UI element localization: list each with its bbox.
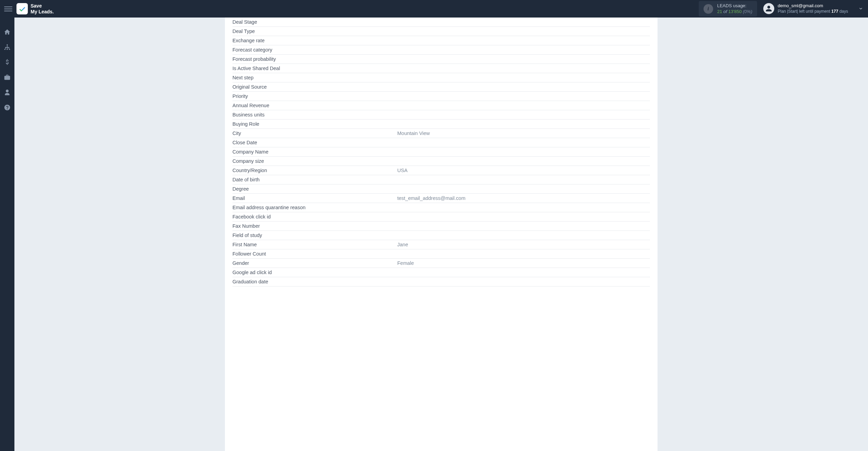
- field-row[interactable]: Emailtest_email_address@mail.com: [232, 194, 650, 203]
- field-value: test_email_address@mail.com: [397, 195, 650, 201]
- sidebar-item-account[interactable]: [3, 88, 11, 97]
- field-row[interactable]: Exchange rate: [232, 36, 650, 45]
- field-value: [397, 158, 650, 164]
- field-value: [397, 177, 650, 182]
- sidebar-item-billing[interactable]: [3, 58, 11, 66]
- field-row[interactable]: Facebook click id: [232, 212, 650, 222]
- field-value: [397, 29, 650, 34]
- field-row[interactable]: CityMountain View: [232, 129, 650, 138]
- menu-toggle[interactable]: [4, 5, 12, 13]
- field-value: [397, 47, 650, 53]
- field-label: Date of birth: [232, 177, 397, 182]
- field-value: [397, 84, 650, 90]
- field-label: Gender: [232, 260, 397, 266]
- field-row[interactable]: Degree: [232, 184, 650, 194]
- sidebar-item-help[interactable]: [3, 103, 11, 112]
- field-row[interactable]: First NameJane: [232, 240, 650, 249]
- field-row[interactable]: Business units: [232, 110, 650, 120]
- logo-icon: [16, 3, 28, 14]
- field-row[interactable]: Close Date: [232, 138, 650, 147]
- field-value: [397, 251, 650, 257]
- field-value: [397, 93, 650, 99]
- field-row[interactable]: Deal Type: [232, 27, 650, 36]
- user-email: demo_sml@gmail.com: [778, 3, 848, 9]
- sidebar-item-home[interactable]: [3, 28, 11, 36]
- field-label: Company size: [232, 158, 397, 164]
- field-value: Mountain View: [397, 131, 650, 136]
- field-value: [397, 205, 650, 210]
- field-label: Field of study: [232, 233, 397, 238]
- field-value: [397, 186, 650, 192]
- field-label: Email: [232, 195, 397, 201]
- fields-panel: Deal StageDeal TypeExchange rateForecast…: [225, 18, 658, 451]
- field-label: City: [232, 131, 397, 136]
- leads-usage-stats: 21 of 13'850 (0%): [717, 9, 752, 15]
- field-row[interactable]: Next step: [232, 73, 650, 82]
- logo[interactable]: Save My Leads.: [16, 3, 54, 14]
- sidebar-item-toolbox[interactable]: [3, 73, 11, 81]
- field-value: [397, 140, 650, 145]
- field-row[interactable]: Priority: [232, 92, 650, 101]
- field-label: Buying Role: [232, 121, 397, 127]
- field-row[interactable]: Follower Count: [232, 249, 650, 259]
- field-label: Deal Type: [232, 29, 397, 34]
- app-header: Save My Leads. i LEADS usage: 21 of 13'8…: [0, 0, 868, 18]
- field-row[interactable]: Forecast category: [232, 45, 650, 55]
- chevron-down-icon[interactable]: [858, 6, 864, 12]
- field-row[interactable]: Field of study: [232, 231, 650, 240]
- field-row[interactable]: GenderFemale: [232, 259, 650, 268]
- field-row[interactable]: Graduation date: [232, 277, 650, 286]
- field-label: Forecast probability: [232, 56, 397, 62]
- field-row[interactable]: Is Active Shared Deal: [232, 64, 650, 73]
- user-menu[interactable]: demo_sml@gmail.com Plan |Start| left unt…: [763, 3, 848, 14]
- field-list: Deal StageDeal TypeExchange rateForecast…: [225, 18, 658, 291]
- field-label: Original Source: [232, 84, 397, 90]
- field-value: [397, 270, 650, 275]
- field-label: Country/Region: [232, 168, 397, 173]
- field-value: [397, 103, 650, 108]
- avatar-icon: [763, 3, 774, 14]
- field-row[interactable]: Annual Revenue: [232, 101, 650, 110]
- field-label: Business units: [232, 112, 397, 117]
- field-row[interactable]: Original Source: [232, 82, 650, 92]
- user-plan: Plan |Start| left until payment 177 days: [778, 9, 848, 14]
- field-label: Graduation date: [232, 279, 397, 284]
- field-row[interactable]: Company Name: [232, 147, 650, 157]
- field-row[interactable]: Email address quarantine reason: [232, 203, 650, 212]
- field-value: [397, 233, 650, 238]
- field-label: Annual Revenue: [232, 103, 397, 108]
- field-label: Fax Number: [232, 223, 397, 229]
- field-value: [397, 56, 650, 62]
- sidebar-item-connections[interactable]: [3, 43, 11, 51]
- field-label: Exchange rate: [232, 38, 397, 43]
- field-row[interactable]: Deal Stage: [232, 18, 650, 27]
- field-row[interactable]: Fax Number: [232, 222, 650, 231]
- field-row[interactable]: Company size: [232, 157, 650, 166]
- field-label: Next step: [232, 75, 397, 80]
- field-label: Google ad click id: [232, 270, 397, 275]
- field-value: [397, 214, 650, 219]
- field-row[interactable]: Buying Role: [232, 120, 650, 129]
- field-value: Jane: [397, 242, 650, 247]
- sidebar: [0, 18, 14, 451]
- field-value: Female: [397, 260, 650, 266]
- field-label: Priority: [232, 93, 397, 99]
- field-label: Follower Count: [232, 251, 397, 257]
- field-value: [397, 66, 650, 71]
- field-row[interactable]: Country/RegionUSA: [232, 166, 650, 175]
- field-value: [397, 149, 650, 155]
- field-value: USA: [397, 168, 650, 173]
- field-row[interactable]: Forecast probability: [232, 55, 650, 64]
- leads-usage-widget[interactable]: i LEADS usage: 21 of 13'850 (0%): [699, 1, 757, 17]
- field-label: Is Active Shared Deal: [232, 66, 397, 71]
- field-value: [397, 75, 650, 80]
- field-value: [397, 112, 650, 117]
- info-icon: i: [704, 4, 713, 14]
- field-row[interactable]: Date of birth: [232, 175, 650, 184]
- field-label: Deal Stage: [232, 19, 397, 25]
- field-value: [397, 223, 650, 229]
- field-label: Email address quarantine reason: [232, 205, 397, 210]
- field-value: [397, 279, 650, 284]
- field-row[interactable]: Google ad click id: [232, 268, 650, 277]
- field-value: [397, 38, 650, 43]
